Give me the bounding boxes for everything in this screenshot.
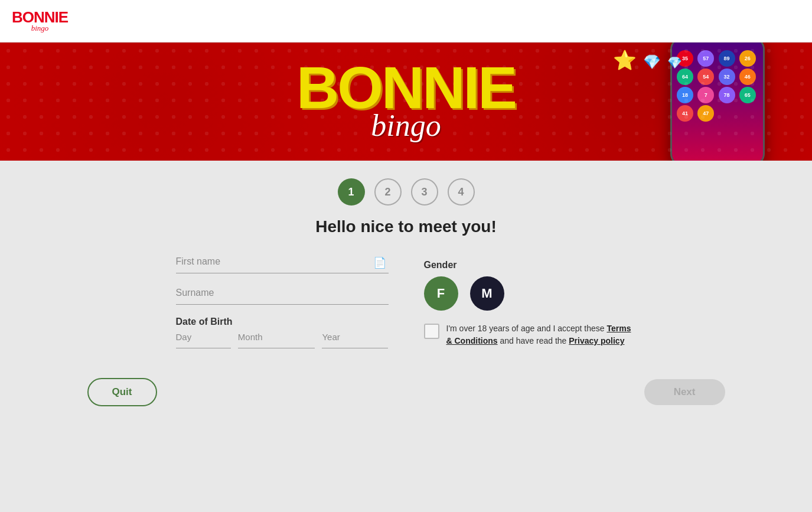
bottom-buttons: Quit Next: [52, 378, 761, 406]
hero-banner: BONNIE bingo ⭐ 💎 💎 35 57 89 26 64 54 32 …: [0, 43, 812, 161]
step-3[interactable]: 3: [411, 178, 438, 206]
gender-section: Gender F M: [424, 260, 637, 311]
hero-gems-decoration: ⭐ 💎 💎: [613, 45, 682, 72]
step-1[interactable]: 1: [338, 178, 365, 206]
privacy-policy-link[interactable]: Privacy policy: [569, 336, 624, 345]
first-name-field-wrapper: 📄: [176, 254, 389, 273]
left-column: 📄 Date of Birth: [176, 254, 389, 348]
right-column: Gender F M I'm over 18 years of age and …: [424, 254, 637, 348]
dob-day-input[interactable]: [176, 330, 231, 344]
hero-bonnie-text: BONNIE: [296, 61, 516, 114]
gender-male-button[interactable]: M: [470, 276, 504, 311]
surname-field-wrapper: [176, 285, 389, 305]
logo-main: BONNIE: [12, 9, 68, 25]
quit-button[interactable]: Quit: [87, 378, 157, 406]
terms-checkbox[interactable]: [424, 324, 439, 339]
registration-form: 📄 Date of Birth: [141, 254, 672, 348]
dob-day-wrapper: [176, 330, 231, 348]
next-button[interactable]: Next: [644, 379, 725, 405]
dob-year-input[interactable]: [322, 330, 388, 344]
surname-input[interactable]: [176, 285, 389, 301]
top-navigation: BONNIE bingo: [0, 0, 812, 43]
gender-label: Gender: [424, 260, 637, 270]
id-card-icon: 📄: [373, 256, 386, 269]
dob-month-wrapper: [238, 330, 315, 348]
first-name-input[interactable]: [176, 254, 389, 269]
step-2[interactable]: 2: [374, 178, 402, 206]
logo: BONNIE bingo: [12, 9, 68, 33]
dob-label: Date of Birth: [176, 317, 389, 327]
dob-fields: [176, 330, 389, 348]
main-content: 1 2 3 4 Hello nice to meet you! 📄: [0, 161, 812, 456]
step-4[interactable]: 4: [448, 178, 475, 206]
dob-month-input[interactable]: [238, 330, 315, 344]
terms-text: I'm over 18 years of age and I accept th…: [446, 322, 637, 347]
terms-row: I'm over 18 years of age and I accept th…: [424, 322, 637, 347]
dob-year-wrapper: [322, 330, 388, 348]
step-indicators: 1 2 3 4: [12, 178, 800, 206]
gender-options: F M: [424, 276, 637, 311]
dob-section: Date of Birth: [176, 317, 389, 348]
gender-female-button[interactable]: F: [424, 276, 458, 311]
greeting-heading: Hello nice to meet you!: [12, 217, 800, 236]
hero-title-block: BONNIE bingo: [296, 61, 516, 143]
